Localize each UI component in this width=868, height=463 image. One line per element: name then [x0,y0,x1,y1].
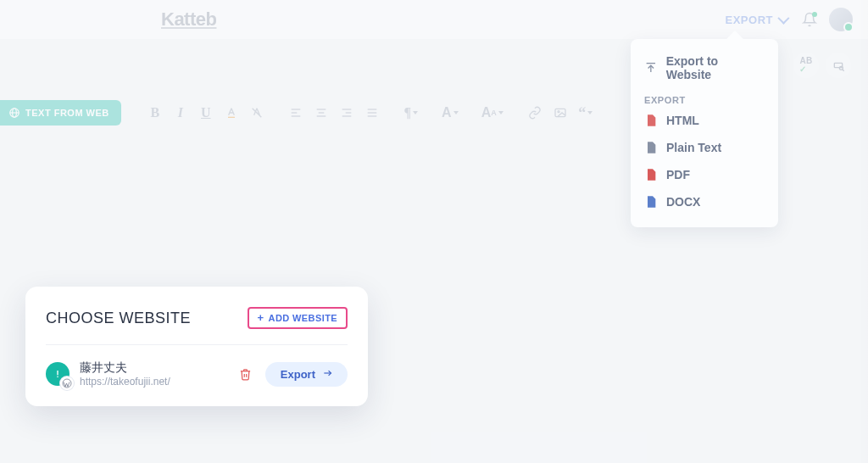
site-name: 藤井丈夫 [80,360,226,376]
export-pdf-label: PDF [666,168,690,181]
ab-check-icon: AB✓ [799,57,812,74]
text-from-web-label: TEXT FROM WEB [25,108,109,118]
website-row: 藤井丈夫 https://takeofujii.net/ Export [46,345,348,388]
file-docx-icon [644,195,658,209]
export-plaintext-item[interactable]: Plain Text [631,134,778,161]
bold-button[interactable]: B [143,101,167,125]
svg-point-23 [558,111,559,113]
chevron-down-icon [453,111,459,114]
trash-icon [239,368,252,381]
clear-format-icon [250,106,264,120]
italic-button[interactable]: I [169,101,192,125]
font-size-button[interactable]: AA [477,101,508,125]
add-website-label: ADD WEBSITE [269,313,337,323]
logo: Katteb [161,8,216,31]
align-right-button[interactable] [335,101,359,125]
text-from-web-button[interactable]: TEXT FROM WEB [0,100,121,126]
paragraph-button[interactable]: ¶ [399,101,423,125]
chevron-down-icon [413,111,418,114]
export-site-button[interactable]: Export [265,362,348,387]
globe-icon [8,107,20,119]
chevron-down-icon [777,13,789,25]
align-center-button[interactable] [309,101,333,125]
upload-icon [644,61,658,75]
svg-rect-25 [57,371,58,375]
font-highlight-button[interactable]: A [438,101,462,125]
export-docx-label: DOCX [666,195,700,209]
site-info: 藤井丈夫 https://takeofujii.net/ [80,360,226,388]
site-avatar [46,362,70,386]
align-justify-icon [365,106,379,120]
link-icon [528,106,542,120]
svg-line-4 [843,70,844,71]
modal-title: CHOOSE WEBSITE [46,310,191,327]
export-html-item[interactable]: HTML [631,107,778,134]
svg-rect-26 [57,377,58,377]
font-size-large: A [481,105,492,120]
site-url: https://takeofujii.net/ [80,376,226,388]
image-button[interactable] [548,101,572,125]
font-size-small: A [491,109,497,117]
align-left-icon [289,106,303,120]
export-to-website-label: Export to Website [666,54,765,81]
export-section-label: EXPORT [631,88,778,107]
export-trigger-label: EXPORT [726,14,773,26]
delete-site-button[interactable] [236,365,255,383]
export-plaintext-label: Plain Text [666,141,721,154]
modal-header: CHOOSE WEBSITE + ADD WEBSITE [46,307,348,345]
align-center-icon [314,106,328,120]
arrow-right-icon [322,367,334,382]
image-icon [554,106,567,120]
choose-website-modal: CHOOSE WEBSITE + ADD WEBSITE 藤井丈夫 https:… [25,287,368,406]
export-html-label: HTML [666,114,699,127]
align-justify-button[interactable] [360,101,384,125]
avatar[interactable] [829,8,853,31]
preview-button[interactable] [826,53,851,78]
underline-button[interactable]: U [194,101,218,125]
chevron-down-icon [587,111,593,114]
export-dropdown-trigger[interactable]: EXPORT [726,14,787,26]
align-left-button[interactable] [284,101,308,125]
text-color-button[interactable] [220,101,243,125]
proofread-button[interactable]: AB✓ [793,53,819,78]
printer-search-icon [832,59,845,72]
add-website-button[interactable]: + ADD WEBSITE [248,307,348,329]
quote-button[interactable]: “ [574,101,598,125]
wordpress-badge [60,377,74,390]
scrollbar[interactable] [858,0,868,463]
export-site-label: Export [281,368,315,381]
text-color-icon [225,106,238,120]
link-button[interactable] [523,101,547,125]
svg-rect-22 [555,109,565,116]
notification-dot [812,12,817,17]
editor-toolbar: TEXT FROM WEB B I U ¶ A AA [0,100,598,126]
wordpress-icon [62,378,72,388]
file-pdf-icon [644,168,658,181]
notifications-button[interactable] [802,12,817,27]
export-dropdown-menu: Export to Website EXPORT HTML Plain Text… [631,39,778,227]
align-right-icon [340,106,353,120]
file-html-icon [644,114,658,127]
clear-format-button[interactable] [245,101,269,125]
export-to-website-item[interactable]: Export to Website [631,47,778,88]
chevron-down-icon [498,111,504,114]
export-pdf-item[interactable]: PDF [631,161,778,188]
export-docx-item[interactable]: DOCX [631,188,778,215]
file-text-icon [644,141,658,154]
